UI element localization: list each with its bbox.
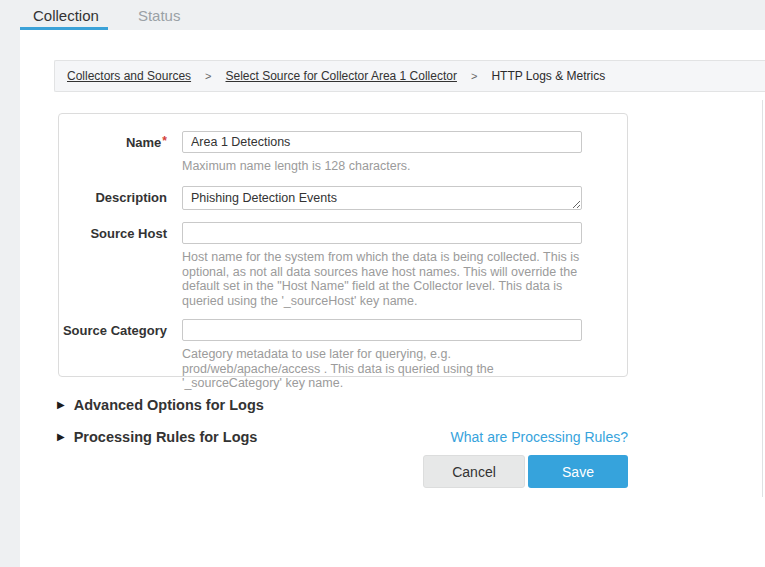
caret-right-icon[interactable]: ▶ bbox=[57, 432, 65, 442]
processing-rules-label[interactable]: Processing Rules for Logs bbox=[74, 429, 258, 445]
breadcrumb-select-source[interactable]: Select Source for Collector Area 1 Colle… bbox=[226, 69, 457, 83]
name-row: Name* Maximum name length is 128 charact… bbox=[59, 131, 627, 174]
source-config-card: Name* Maximum name length is 128 charact… bbox=[58, 113, 628, 377]
source-host-help-text: Host name for the system from which the … bbox=[182, 250, 582, 309]
required-asterisk: * bbox=[162, 134, 167, 148]
advanced-options-label: Advanced Options for Logs bbox=[74, 397, 264, 413]
name-input[interactable] bbox=[182, 131, 582, 153]
advanced-options-expander[interactable]: ▶ Advanced Options for Logs bbox=[57, 397, 628, 413]
processing-rules-row: ▶ Processing Rules for Logs What are Pro… bbox=[57, 429, 628, 445]
description-row: Description Phishing Detection Events bbox=[59, 186, 627, 214]
source-host-row: Source Host Host name for the system fro… bbox=[59, 222, 627, 309]
breadcrumb-separator: > bbox=[471, 70, 477, 82]
name-help-text: Maximum name length is 128 characters. bbox=[182, 159, 582, 174]
content-panel: Collectors and Sources > Select Source f… bbox=[20, 30, 765, 567]
breadcrumb-separator: > bbox=[205, 70, 211, 82]
source-category-label: Source Category bbox=[59, 319, 167, 391]
source-category-input[interactable] bbox=[182, 319, 582, 341]
name-label-text: Name bbox=[126, 135, 161, 150]
tab-status[interactable]: Status bbox=[138, 7, 181, 24]
source-category-row: Source Category Category metadata to use… bbox=[59, 319, 627, 391]
panel-edge-divider bbox=[762, 100, 763, 497]
source-category-help-text: Category metadata to use later for query… bbox=[182, 347, 582, 391]
breadcrumb-collectors-and-sources[interactable]: Collectors and Sources bbox=[67, 69, 191, 83]
description-label: Description bbox=[59, 186, 167, 214]
cancel-button[interactable]: Cancel bbox=[423, 455, 525, 488]
breadcrumb: Collectors and Sources > Select Source f… bbox=[54, 60, 765, 92]
description-textarea[interactable]: Phishing Detection Events bbox=[182, 186, 582, 210]
page: Collection Status Collectors and Sources… bbox=[0, 0, 765, 567]
what-are-processing-rules-link[interactable]: What are Processing Rules? bbox=[451, 429, 628, 445]
tab-bar: Collection Status bbox=[0, 0, 765, 30]
tab-collection[interactable]: Collection bbox=[33, 7, 99, 24]
breadcrumb-current-page: HTTP Logs & Metrics bbox=[491, 69, 605, 83]
save-button[interactable]: Save bbox=[528, 455, 628, 488]
source-host-input[interactable] bbox=[182, 222, 582, 244]
source-host-label: Source Host bbox=[59, 222, 167, 309]
action-button-row: Cancel Save bbox=[20, 455, 628, 488]
name-label: Name* bbox=[59, 131, 167, 174]
caret-right-icon: ▶ bbox=[57, 400, 65, 410]
